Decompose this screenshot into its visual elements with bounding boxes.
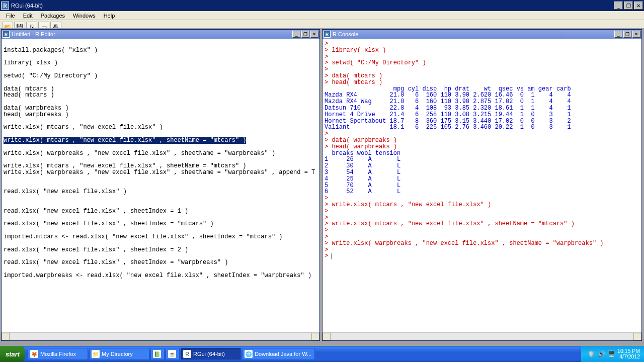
taskbar-button[interactable]: 🌐Download Java for W... <box>242 348 315 360</box>
task-label: Download Java for W... <box>255 351 311 357</box>
taskbar-button[interactable]: 📗 <box>150 348 165 360</box>
console-horizontal-scrollbar[interactable] <box>323 332 641 340</box>
console-close-button[interactable]: ✕ <box>632 31 640 38</box>
menu-help[interactable]: Help <box>100 12 119 20</box>
editor-line[interactable]: write.xlsx( warpbreaks , "new excel file… <box>4 169 318 176</box>
console-line: Hornet 4 Drive 21.4 6 258 110 3.08 3.215… <box>325 112 640 118</box>
r-icon: R <box>3 31 10 38</box>
editor-line[interactable]: read.xlsx( "new excel file.xlsx" , sheet… <box>4 259 318 266</box>
menu-file[interactable]: File <box>2 12 19 20</box>
console-line: > data( warpbreaks ) <box>325 137 640 144</box>
close-button[interactable]: ✕ <box>634 2 643 10</box>
editor-line[interactable] <box>4 266 318 273</box>
editor-horizontal-scrollbar[interactable] <box>2 332 319 340</box>
r-icon: R <box>324 31 331 38</box>
console-line: > <box>325 247 640 253</box>
editor-title: Untitled - R Editor <box>12 31 291 37</box>
taskbar-button[interactable]: 🦊Mozilla Firefox <box>28 348 88 360</box>
editor-line[interactable]: data( warpbreaks ) <box>4 105 318 112</box>
editor-line[interactable]: read.xlsx( "new excel file.xlsx" , sheet… <box>4 221 318 227</box>
editor-line[interactable] <box>4 176 318 183</box>
task-icon: 📗 <box>153 350 161 358</box>
task-label: Mozilla Firefox <box>40 351 76 357</box>
app-icon: R <box>1 2 9 10</box>
console-line: > <box>325 208 640 215</box>
editor-titlebar[interactable]: R Untitled - R Editor _ ❐ ✕ <box>2 30 319 39</box>
task-icon: R <box>183 350 191 358</box>
mdi-workspace: R Untitled - R Editor _ ❐ ✕ install.pack… <box>0 28 644 346</box>
console-line: > data( mtcars ) <box>325 73 640 79</box>
taskbar-button[interactable]: 📁My Directory <box>89 348 149 360</box>
taskbar-button[interactable]: ☕ <box>166 348 180 360</box>
task-label: RGui (64-bit) <box>193 351 225 357</box>
editor-line[interactable]: read.xlsx( "new excel file.xlsx" , sheet… <box>4 208 318 215</box>
console-line: > head( warpbreaks ) <box>325 144 640 150</box>
editor-line[interactable]: read.xlsx( "new excel file.xlsx" , sheet… <box>4 247 318 253</box>
console-line: 4 25 A L <box>325 176 640 183</box>
editor-line[interactable] <box>4 202 318 208</box>
console-line: > <box>325 195 640 202</box>
task-icon: 🌐 <box>245 350 253 358</box>
console-line: Datsun 710 22.8 4 108 93 3.85 2.320 18.6… <box>325 105 640 112</box>
editor-line[interactable]: imported.warpbreaks <- read.xlsx( "new e… <box>4 273 318 279</box>
minimize-button[interactable]: _ <box>614 2 623 10</box>
task-icon: ☕ <box>168 350 176 358</box>
console-line: > head( mtcars ) <box>325 79 640 86</box>
editor-line[interactable]: read.xlsx( "new excel file.xlsx" ) <box>4 189 318 195</box>
menu-packages[interactable]: Packages <box>37 12 69 20</box>
task-label: My Directory <box>102 351 133 357</box>
tray-volume-icon[interactable]: 🔊 <box>597 350 605 358</box>
editor-line[interactable]: library( xlsx ) <box>4 60 318 66</box>
app-titlebar: R RGui (64-bit) _ ❐ ✕ <box>0 0 644 11</box>
taskbar-clock[interactable]: 10:15 PM 4/7/2012 <box>617 348 640 359</box>
console-window: R R Console _ ❐ ✕ > > library( xlsx )> >… <box>322 29 642 341</box>
console-minimize-button[interactable]: _ <box>614 31 622 38</box>
console-input-line[interactable]: > <box>325 253 640 259</box>
console-line: > write.xlsx( warpbreaks , "new excel fi… <box>325 240 640 247</box>
editor-line[interactable] <box>4 79 318 86</box>
console-line: 6 52 A L <box>325 189 640 195</box>
menu-windows[interactable]: Windows <box>69 12 100 20</box>
editor-line[interactable]: write.xlsx( mtcars , "new excel file.xls… <box>4 124 318 131</box>
console-line: > <box>325 41 640 47</box>
editor-line[interactable] <box>4 144 318 150</box>
editor-line[interactable] <box>4 227 318 234</box>
editor-line[interactable]: setwd( "C:/My Directory" ) <box>4 73 318 79</box>
editor-maximize-button[interactable]: ❐ <box>301 31 309 38</box>
console-textarea[interactable]: > > library( xlsx )> > setwd( "C:/My Dir… <box>323 39 641 332</box>
start-button[interactable]: start <box>0 346 25 362</box>
task-icon: 🦊 <box>30 350 38 358</box>
console-line: 3 54 A L <box>325 169 640 176</box>
console-titlebar[interactable]: R R Console _ ❐ ✕ <box>323 30 641 39</box>
editor-line[interactable]: install.packages( "xlsx" ) <box>4 47 318 54</box>
menu-edit[interactable]: Edit <box>19 12 37 20</box>
editor-line[interactable] <box>4 41 318 47</box>
console-maximize-button[interactable]: ❐ <box>623 31 631 38</box>
editor-window: R Untitled - R Editor _ ❐ ✕ install.pack… <box>1 29 320 341</box>
clock-date: 4/7/2012 <box>617 354 640 359</box>
system-tray: 🛡️ 🔊 🖥️ 10:15 PM 4/7/2012 <box>581 346 644 362</box>
editor-textarea[interactable]: install.packages( "xlsx" ) library( xlsx… <box>2 39 319 332</box>
editor-line[interactable]: write.xlsx( mtcars , "new excel file.xls… <box>4 137 318 144</box>
console-line: > <box>325 234 640 240</box>
taskbar-button[interactable]: RRGui (64-bit) <box>181 348 241 360</box>
tray-network-icon[interactable]: 🖥️ <box>607 350 615 358</box>
task-icon: 📁 <box>92 350 100 358</box>
editor-line[interactable] <box>4 195 318 202</box>
console-line: > <box>325 227 640 234</box>
editor-line[interactable] <box>4 240 318 247</box>
editor-line[interactable]: head( warpbreaks ) <box>4 112 318 118</box>
editor-close-button[interactable]: ✕ <box>310 31 318 38</box>
console-title: R Console <box>333 31 613 37</box>
console-line: > setwd( "C:/My Directory" ) <box>325 60 640 66</box>
menubar: File Edit Packages Windows Help <box>0 11 644 20</box>
editor-line[interactable]: head( mtcars ) <box>4 92 318 99</box>
console-line: Valiant 18.1 6 225 105 2.76 3.460 20.22 … <box>325 124 640 131</box>
editor-line[interactable]: imported.mtcars <- read.xlsx( "new excel… <box>4 234 318 240</box>
taskbar: start 🦊Mozilla Firefox📁My Directory📗☕RRG… <box>0 346 644 362</box>
editor-line[interactable]: write.xlsx( warpbreaks , "new excel file… <box>4 150 318 157</box>
editor-minimize-button[interactable]: _ <box>292 31 300 38</box>
console-line: > library( xlsx ) <box>325 47 640 54</box>
tray-shield-icon[interactable]: 🛡️ <box>587 350 595 358</box>
maximize-button[interactable]: ❐ <box>624 2 633 10</box>
